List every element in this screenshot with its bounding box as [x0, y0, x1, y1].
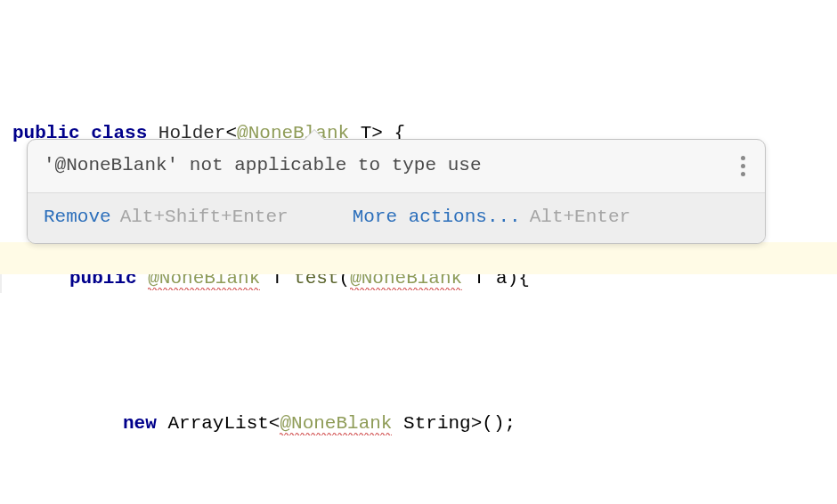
paren-open: ( [482, 413, 493, 434]
keyword-new: new [123, 413, 157, 434]
popup-message: '@NoneBlank' not applicable to type use [44, 151, 481, 181]
popup-header: '@NoneBlank' not applicable to type use [28, 140, 765, 193]
remove-action[interactable]: Remove [44, 203, 111, 232]
paren-close: ) [493, 413, 505, 434]
type-arraylist: ArrayList [167, 413, 268, 434]
kebab-menu-icon[interactable] [737, 152, 749, 180]
annotation-noneblank: @NoneBlank [280, 413, 392, 435]
angle-close: > [471, 413, 483, 434]
more-actions-shortcut: Alt+Enter [530, 203, 630, 232]
inspection-popup: '@NoneBlank' not applicable to type use … [27, 139, 766, 244]
type-string: String [403, 413, 471, 434]
popup-actions-bar: Remove Alt+Shift+Enter More actions... A… [28, 193, 765, 244]
code-line: new ArrayList<@NoneBlank String>(); [0, 410, 837, 439]
more-actions[interactable]: More actions... [353, 203, 521, 232]
angle-open: < [269, 413, 280, 434]
caret-line-highlight [0, 242, 837, 274]
semicolon: ; [505, 413, 516, 434]
remove-shortcut: Alt+Shift+Enter [120, 203, 288, 232]
